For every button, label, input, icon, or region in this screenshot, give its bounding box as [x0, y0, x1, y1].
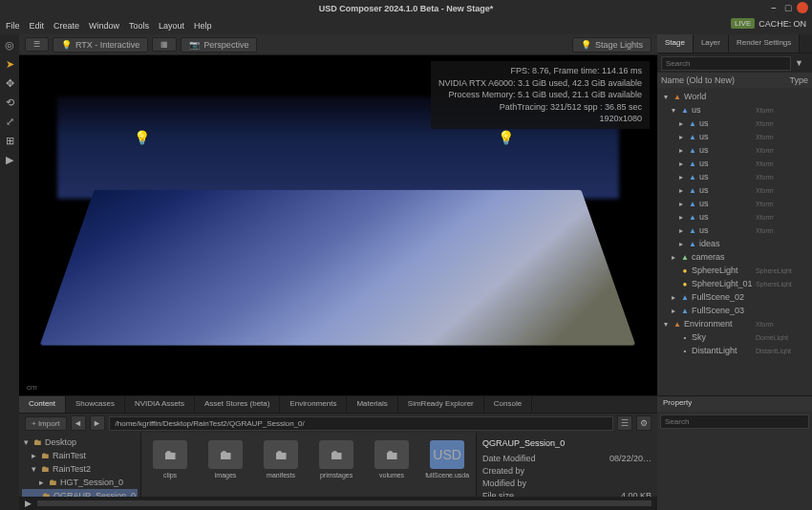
nav-forward-icon[interactable]: ► — [90, 415, 105, 431]
tree-row[interactable]: ▸▲ideas — [659, 237, 810, 250]
light-gizmo-icon[interactable]: 💡 — [134, 130, 150, 145]
tab-nvidia-assets[interactable]: NVIDIA Assets — [125, 396, 195, 413]
tab-render-settings[interactable]: Render Settings — [729, 34, 800, 53]
scale-tool-icon[interactable]: ⤢ — [3, 115, 16, 128]
property-search-input[interactable] — [660, 414, 809, 429]
tree-type: Xform — [756, 174, 808, 181]
tree-row[interactable]: ▸▲FullScene_02 — [659, 290, 810, 304]
tab-materials[interactable]: Materials — [347, 396, 397, 413]
tab-console[interactable]: Console — [484, 396, 532, 413]
prim-icon: ▲ — [688, 225, 697, 235]
tree-row[interactable]: ▸▲usXform — [659, 143, 810, 157]
tree-type: Xform — [756, 201, 808, 207]
viewport-units: cm — [27, 383, 37, 392]
tree-label: us — [699, 159, 756, 168]
stage-lights-button[interactable]: 💡Stage Lights — [572, 37, 652, 53]
col-type[interactable]: Type — [789, 75, 808, 85]
live-badge[interactable]: LIVE — [731, 18, 755, 29]
tab-content[interactable]: Content — [19, 396, 66, 413]
minimize-button[interactable]: ‒ — [768, 2, 780, 13]
tree-label: us — [699, 185, 756, 195]
tree-row[interactable]: ▸▲usXform — [659, 170, 810, 183]
col-name[interactable]: Name (Old to New) — [661, 75, 789, 85]
tab-environments[interactable]: Environments — [280, 396, 347, 413]
tab-showcases[interactable]: Showcases — [66, 396, 125, 413]
camera-dropdown[interactable]: 📷Perspective — [181, 37, 257, 53]
rotate-tool-icon[interactable]: ⟲ — [3, 96, 16, 109]
file-item[interactable]: 🖿primstages — [315, 440, 357, 478]
tree-row[interactable]: ▾▲EnvironmentXform — [659, 317, 810, 330]
play-icon[interactable]: ▶ — [25, 499, 32, 508]
stats-overlay: FPS: 8.76, Frame time: 114.16 ms NVIDIA … — [431, 61, 650, 129]
tab-layer[interactable]: Layer — [694, 34, 729, 53]
tree-type: Xform — [756, 120, 808, 127]
light-gizmo-icon[interactable]: 💡 — [498, 130, 514, 145]
tree-label: us — [699, 225, 756, 235]
menu-help[interactable]: Help — [194, 21, 212, 31]
tree-row[interactable]: ●SphereLightSphereLight — [659, 264, 810, 277]
file-item[interactable]: USDfullScene.usda — [426, 440, 468, 478]
tree-label: us — [699, 212, 756, 222]
snap-tool-icon[interactable]: ⊞ — [3, 134, 16, 147]
menu-create[interactable]: Create — [53, 21, 79, 31]
tree-row[interactable]: ▸▲usXform — [659, 197, 810, 210]
camera-menu-button[interactable]: ▦ — [152, 37, 177, 52]
prim-icon: ▲ — [680, 306, 690, 315]
file-item[interactable]: 🖿volumes — [371, 440, 413, 478]
menu-layout[interactable]: Layout — [159, 21, 184, 31]
play-tool-icon[interactable]: ▶ — [3, 153, 16, 166]
menu-edit[interactable]: Edit — [30, 21, 45, 31]
prim-icon: ▲ — [688, 159, 697, 168]
tree-label: us — [699, 172, 756, 181]
folder-row[interactable]: ▸🖿HGT_Session_0 — [22, 476, 138, 489]
tree-type: Xform — [756, 134, 808, 140]
folder-row[interactable]: ▾🖿RainTest2 — [22, 462, 138, 476]
tree-row[interactable]: ▸▲usXform — [659, 223, 810, 237]
tree-row[interactable]: ▸▲usXform — [659, 117, 810, 130]
tree-label: DistantLight — [692, 346, 756, 355]
tree-label: FullScene_03 — [692, 306, 756, 315]
viewport[interactable]: 💡 💡 FPS: 8.76, Frame time: 114.16 ms NVI… — [19, 55, 657, 395]
detail-row: Date Modified08/22/20… — [482, 454, 652, 463]
tree-row[interactable]: ▸▲usXform — [659, 157, 810, 170]
folder-row[interactable]: ▸🖿RainTest — [22, 449, 138, 462]
select-tool-icon[interactable]: ➤ — [3, 57, 16, 71]
tree-row[interactable]: ▾▲World — [659, 90, 810, 103]
detail-row: Created by — [482, 466, 652, 476]
tab-stage[interactable]: Stage — [657, 34, 694, 53]
stage-search-input[interactable] — [661, 56, 791, 71]
tab-simready[interactable]: SimReady Explorer — [398, 396, 484, 413]
filter-icon[interactable]: ▼ — [795, 58, 808, 68]
tree-row[interactable]: •SkyDomeLight — [659, 330, 810, 344]
view-options-icon[interactable]: ☰ — [617, 415, 632, 431]
tree-row[interactable]: ▸▲usXform — [659, 130, 810, 143]
close-button[interactable] — [797, 2, 808, 13]
tree-row[interactable]: •DistantLightDistantLight — [659, 344, 810, 357]
tree-row[interactable]: ▸▲cameras — [659, 250, 810, 264]
file-item[interactable]: 🖿manifests — [260, 440, 302, 478]
move-tool-icon[interactable]: ✥ — [3, 76, 16, 90]
folder-row[interactable]: 🖿QGRAUP_Session_0 — [22, 489, 138, 497]
tree-row[interactable]: ▸▲FullScene_03 — [659, 304, 810, 317]
import-button[interactable]: + Import — [25, 416, 67, 431]
timeline-track[interactable] — [37, 500, 652, 506]
menu-tools[interactable]: Tools — [129, 21, 149, 31]
viewport-settings-button[interactable]: ☰ — [25, 37, 49, 52]
tree-row[interactable]: ▸▲usXform — [659, 183, 810, 197]
logo-icon[interactable]: ◎ — [3, 38, 16, 52]
timeline[interactable]: ▶ — [19, 497, 657, 510]
folder-row[interactable]: ▾🖿Desktop — [22, 436, 138, 449]
tab-asset-stores[interactable]: Asset Stores (beta) — [195, 396, 280, 413]
tree-row[interactable]: ▾▲usXform — [659, 103, 810, 117]
renderer-dropdown[interactable]: 💡RTX - Interactive — [53, 37, 148, 53]
file-item[interactable]: 🖿clips — [149, 440, 191, 478]
tree-row[interactable]: ▸▲usXform — [659, 210, 810, 223]
file-item[interactable]: 🖿images — [204, 440, 246, 478]
menu-window[interactable]: Window — [89, 21, 119, 31]
menu-file[interactable]: File — [6, 21, 20, 31]
settings-icon[interactable]: ⚙ — [636, 415, 652, 431]
nav-back-icon[interactable]: ◄ — [71, 415, 86, 431]
tree-row[interactable]: ●SphereLight_01SphereLight — [659, 277, 810, 290]
path-field[interactable]: /home/kgriffin/Desktop/RainTest2/QGRAUP_… — [109, 416, 613, 431]
maximize-button[interactable]: ▢ — [782, 2, 794, 13]
